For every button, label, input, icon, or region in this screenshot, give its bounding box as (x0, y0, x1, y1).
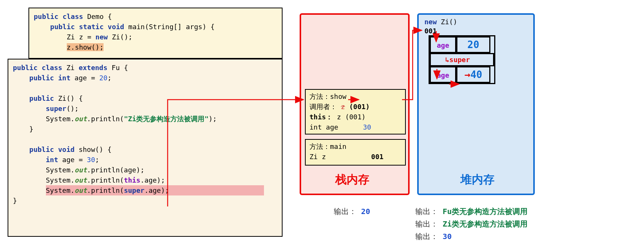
stack-memory-box: 方法：show 调用者： z (001) this： z (001) int a… (300, 13, 410, 195)
kw-public: public (34, 13, 58, 20)
kw-class: class (63, 13, 83, 20)
output-r1: 输出：Fu类无参构造方法被调用 (415, 206, 528, 217)
stack-label: 栈内存 (335, 172, 369, 188)
class-name: Demo { (87, 13, 112, 20)
zi-code-box: public class Zi extends Fu { public int … (8, 59, 283, 237)
super-cell: ↳super (430, 53, 494, 66)
object-table: age 20 ↳super age →40 (429, 35, 495, 84)
field-val-20: 20 (456, 36, 490, 53)
field-age: age (430, 36, 456, 53)
output-r3: 输出：30 (415, 231, 452, 242)
new-zi-label: new Zi() (424, 18, 457, 26)
heap-label: 堆内存 (460, 172, 495, 188)
output-left: 输出：20 (334, 206, 370, 217)
super-val-40: →40 (456, 66, 490, 83)
heap-address: 001 (424, 27, 437, 35)
super-age: age (430, 66, 456, 83)
heap-memory-box: new Zi() 001 age 20 ↳super age →40 堆内存 (417, 13, 535, 195)
frame-method: 方法：show (309, 91, 401, 102)
stack-frame-main: 方法：main Zi z 001 (305, 139, 406, 166)
stack-frame-show: 方法：show 调用者： z (001) this： z (001) int a… (305, 89, 406, 134)
demo-code-box: public class Demo { public static void m… (28, 8, 283, 59)
highlighted-super-age: System.out.println(super.age); (46, 185, 264, 195)
output-r2: 输出：Zi类无参构造方法被调用 (415, 219, 528, 229)
highlighted-show-call: z.show(); (67, 43, 104, 51)
